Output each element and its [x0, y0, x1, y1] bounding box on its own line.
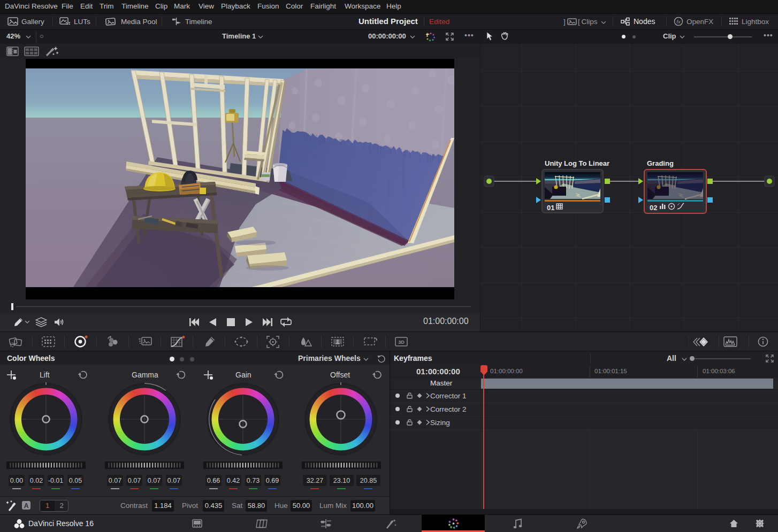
svg-text:Lift: Lift [40, 371, 50, 379]
svg-text:0.07: 0.07 [109, 477, 121, 484]
svg-text:0.07: 0.07 [128, 477, 141, 484]
svg-text:0.07: 0.07 [148, 477, 161, 484]
svg-text:Unity Log To Linear: Unity Log To Linear [545, 159, 609, 167]
svg-text:0.42: 0.42 [227, 477, 240, 484]
svg-text:Gain: Gain [235, 371, 251, 379]
svg-text:-0.01: -0.01 [48, 477, 64, 484]
svg-text:0.00: 0.00 [10, 477, 23, 484]
svg-text:01: 01 [547, 204, 554, 212]
svg-text:0.69: 0.69 [266, 477, 279, 484]
svg-text:fx: fx [676, 19, 681, 25]
svg-text:Offset: Offset [330, 371, 350, 379]
svg-text:23.10: 23.10 [333, 477, 350, 484]
svg-text:32.27: 32.27 [307, 477, 323, 484]
svg-text:Grading: Grading [647, 159, 674, 167]
svg-text:0.05: 0.05 [69, 477, 82, 484]
svg-text:A: A [24, 502, 29, 510]
svg-text:02: 02 [650, 204, 657, 212]
svg-text:0.73: 0.73 [247, 477, 260, 484]
svg-text:20.85: 20.85 [360, 477, 377, 484]
svg-text:0.02: 0.02 [30, 477, 43, 484]
svg-text:3D: 3D [398, 340, 405, 345]
svg-text:Gamma: Gamma [132, 371, 158, 379]
svg-text:0.66: 0.66 [207, 477, 220, 484]
svg-text:0.07: 0.07 [167, 477, 180, 484]
